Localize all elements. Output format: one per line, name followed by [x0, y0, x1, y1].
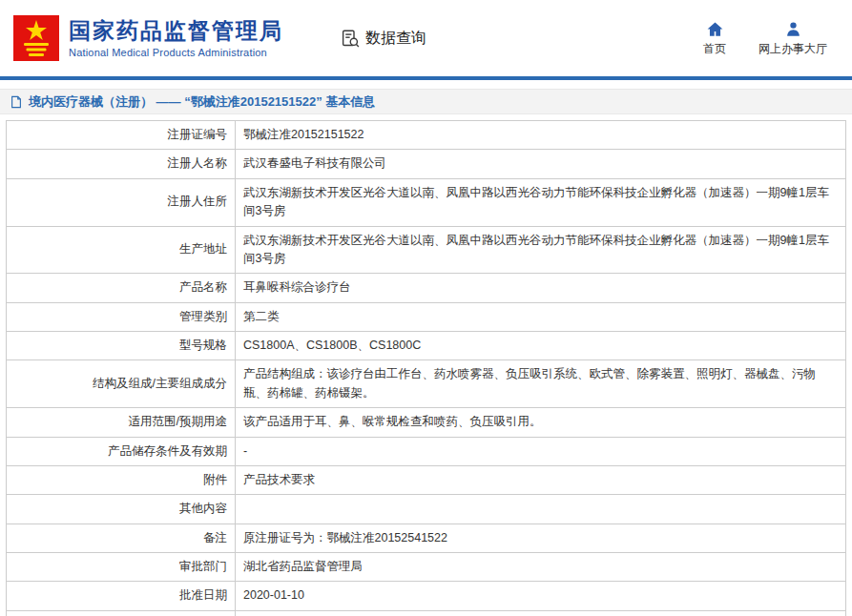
row-value: 武汉春盛电子科技有限公司	[236, 150, 846, 178]
document-search-icon	[341, 29, 361, 49]
row-label-text: 备注	[203, 529, 227, 547]
row-value: 武汉东湖新技术开发区光谷大道以南、凤凰中路以西光谷动力节能环保科技企业孵化器（加…	[236, 226, 846, 274]
page-icon	[10, 95, 23, 109]
row-label-text: 适用范围/预期用途	[129, 413, 227, 431]
row-label-text: 结构及组成/主要组成成分	[93, 375, 227, 393]
data-query-label: 数据查询	[365, 29, 426, 49]
row-value: -	[236, 437, 846, 465]
row-label-text: 管理类别	[179, 308, 227, 326]
row-value: 鄂械注准20152151522	[236, 121, 846, 150]
table-row: 审批部门湖北省药品监督管理局	[7, 553, 846, 582]
row-label: 产品名称	[7, 274, 236, 302]
info-table-body: 注册证编号鄂械注准20152151522注册人名称武汉春盛电子科技有限公司注册人…	[7, 121, 846, 616]
row-label-text: 批准日期	[179, 586, 227, 605]
row-label: 产品储存条件及有效期	[7, 437, 236, 465]
table-row: 适用范围/预期用途该产品适用于耳、鼻、喉常规检查和喷药、负压吸引用。	[7, 408, 846, 437]
person-icon	[784, 20, 802, 38]
row-value: 2020-01-10	[236, 582, 846, 610]
header-divider	[0, 76, 852, 80]
row-label: 结构及组成/主要组成成分	[7, 360, 236, 408]
agency-title: 国家药品监督管理局	[69, 18, 283, 45]
table-row: 备注原注册证号为：鄂械注准20152541522	[7, 524, 846, 552]
row-label: 注册人住所	[7, 178, 236, 226]
table-row: 注册人住所武汉东湖新技术开发区光谷大道以南、凤凰中路以西光谷动力节能环保科技企业…	[7, 178, 846, 226]
nav-home-label: 首页	[703, 41, 726, 57]
row-label: 适用范围/预期用途	[7, 408, 236, 437]
row-value: 该产品适用于耳、鼻、喉常规检查和喷药、负压吸引用。	[236, 408, 846, 437]
row-label: 注册人名称	[7, 150, 236, 178]
table-row: 注册证编号鄂械注准20152151522	[7, 121, 846, 150]
table-row: 附件产品技术要求	[7, 465, 846, 494]
row-label-text: 审批部门	[179, 558, 227, 576]
row-label-text: 生产地址	[179, 240, 227, 258]
row-value: CS1800A、CS1800B、CS1800C	[236, 332, 846, 360]
breadcrumb: 境内医疗器械（注册） —— “鄂械注准20152151522” 基本信息	[0, 89, 852, 114]
agency-subtitle: National Medical Products Administration	[69, 47, 283, 58]
row-label: 生产地址	[7, 226, 236, 274]
row-label-text: 注册证编号	[168, 126, 228, 144]
table-row: 产品储存条件及有效期-	[7, 437, 846, 465]
table-row: 结构及组成/主要组成成分产品结构组成：该诊疗台由工作台、药水喷雾器、负压吸引系统…	[7, 360, 846, 408]
row-label: 批准日期	[7, 582, 236, 610]
row-value: 产品技术要求	[236, 465, 846, 494]
row-label: 其他内容	[7, 495, 236, 524]
row-value: 武汉东湖新技术开发区光谷大道以南、凤凰中路以西光谷动力节能环保科技企业孵化器（加…	[236, 178, 846, 226]
row-label-text: 附件	[203, 471, 227, 489]
breadcrumb-title: 境内医疗器械（注册） —— “鄂械注准20152151522” 基本信息	[29, 93, 375, 111]
row-label-text: 产品储存条件及有效期	[108, 442, 227, 461]
table-row: 其他内容	[7, 495, 846, 524]
row-label: 注册证编号	[7, 121, 236, 150]
nav-service-hall-label: 网上办事大厅	[758, 41, 827, 57]
row-label-text: 注册人住所	[168, 193, 228, 211]
home-icon	[706, 20, 724, 38]
table-row: 产品名称耳鼻喉科综合诊疗台	[7, 274, 846, 302]
table-row: 生产地址武汉东湖新技术开发区光谷大道以南、凤凰中路以西光谷动力节能环保科技企业孵…	[7, 226, 846, 274]
row-label-text: 其他内容	[179, 500, 227, 518]
row-value: 第二类	[236, 302, 846, 331]
table-row: 注册人名称武汉春盛电子科技有限公司	[7, 150, 846, 178]
row-value: 耳鼻喉科综合诊疗台	[236, 274, 846, 302]
row-label-text: 注册人名称	[168, 154, 228, 173]
row-label: 管理类别	[7, 302, 236, 331]
header-nav: 首页 网上办事大厅	[703, 20, 839, 57]
row-value: 原注册证号为：鄂械注准20152541522	[236, 524, 846, 552]
table-row: 管理类别第二类	[7, 302, 846, 331]
site-header: 国家药品监督管理局 National Medical Products Admi…	[0, 0, 852, 76]
nav-service-hall[interactable]: 网上办事大厅	[758, 20, 827, 57]
table-row: 生效日期	[7, 610, 846, 616]
agency-titles: 国家药品监督管理局 National Medical Products Admi…	[69, 18, 283, 58]
nmpa-emblem-logo	[13, 15, 59, 61]
row-label: 附件	[7, 465, 236, 494]
row-value: 湖北省药品监督管理局	[236, 553, 846, 582]
row-value: 产品结构组成：该诊疗台由工作台、药水喷雾器、负压吸引系统、欧式管、除雾装置、照明…	[236, 360, 846, 408]
table-row: 批准日期2020-01-10	[7, 582, 846, 610]
data-query-nav[interactable]: 数据查询	[341, 29, 426, 49]
table-row: 型号规格CS1800A、CS1800B、CS1800C	[7, 332, 846, 360]
nav-home[interactable]: 首页	[703, 20, 726, 57]
row-value	[236, 495, 846, 524]
row-label-text: 产品名称	[179, 278, 227, 297]
row-value	[236, 610, 846, 616]
row-label: 生效日期	[7, 610, 236, 616]
row-label: 审批部门	[7, 553, 236, 582]
info-table: 注册证编号鄂械注准20152151522注册人名称武汉春盛电子科技有限公司注册人…	[6, 120, 846, 616]
row-label: 型号规格	[7, 332, 236, 360]
row-label-text: 型号规格	[179, 337, 227, 355]
row-label: 备注	[7, 524, 236, 552]
